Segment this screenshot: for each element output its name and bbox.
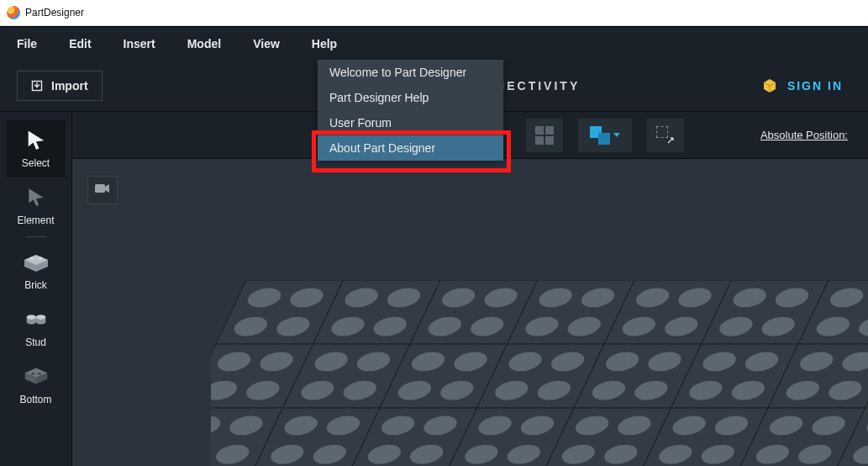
tool-bottom[interactable]: Bottom bbox=[7, 357, 66, 414]
tool-brick[interactable]: Brick bbox=[7, 242, 66, 299]
svg-point-19 bbox=[30, 373, 34, 374]
camera-icon bbox=[94, 183, 111, 198]
menubar: File Edit Insert Model View Help bbox=[0, 26, 868, 60]
svg-point-20 bbox=[37, 373, 41, 374]
cursor-icon bbox=[21, 127, 51, 152]
help-menu-help[interactable]: Part Designer Help bbox=[318, 85, 503, 110]
chevron-down-icon bbox=[613, 133, 620, 137]
baseplate-grid bbox=[211, 280, 868, 466]
svg-point-12 bbox=[26, 315, 35, 320]
tool-brick-label: Brick bbox=[24, 279, 47, 291]
svg-point-8 bbox=[29, 257, 34, 259]
workspace: Select Element Brick bbox=[0, 112, 868, 466]
cursor-outline-icon bbox=[21, 184, 51, 209]
menu-view[interactable]: View bbox=[253, 37, 280, 50]
tool-stud-label: Stud bbox=[25, 336, 46, 348]
tool-select[interactable]: Select bbox=[7, 120, 66, 177]
svg-rect-21 bbox=[95, 184, 105, 193]
absolute-position-label: Absolute Position: bbox=[760, 129, 848, 141]
menu-model[interactable]: Model bbox=[187, 37, 221, 50]
menu-help[interactable]: Help bbox=[312, 37, 337, 50]
sign-in-link[interactable]: SIGN IN bbox=[787, 79, 843, 93]
window-titlebar: PartDesigner bbox=[0, 0, 868, 26]
tool-select-label: Select bbox=[22, 157, 50, 169]
grid-snap-button[interactable] bbox=[526, 119, 563, 152]
import-button[interactable]: Import bbox=[17, 71, 103, 101]
sign-in-area: SIGN IN bbox=[762, 60, 843, 112]
help-menu-dropdown: Welcome to Part Designer Part Designer H… bbox=[318, 60, 503, 161]
menu-edit[interactable]: Edit bbox=[69, 37, 91, 50]
menu-insert[interactable]: Insert bbox=[124, 37, 155, 50]
help-menu-welcome[interactable]: Welcome to Part Designer bbox=[318, 60, 503, 85]
overlap-mode-button[interactable] bbox=[578, 119, 632, 152]
tool-stud[interactable]: Stud bbox=[7, 299, 66, 357]
grid-icon bbox=[535, 126, 554, 145]
tool-column: Select Element Brick bbox=[0, 112, 72, 466]
brick-icon bbox=[21, 249, 51, 274]
tool-separator bbox=[26, 236, 46, 237]
bottom-icon bbox=[21, 363, 51, 389]
cube-icon bbox=[762, 78, 777, 93]
camera-button[interactable] bbox=[87, 176, 118, 204]
tool-element-label: Element bbox=[17, 214, 54, 226]
menu-file[interactable]: File bbox=[17, 37, 37, 50]
stud-icon bbox=[21, 306, 51, 331]
import-icon bbox=[31, 80, 43, 92]
help-menu-forum[interactable]: User Forum bbox=[318, 110, 503, 135]
app-title: PartDesigner bbox=[25, 7, 84, 19]
help-menu-about[interactable]: About Part Designer bbox=[318, 135, 503, 161]
resize-button[interactable] bbox=[647, 119, 684, 152]
resize-icon bbox=[656, 126, 675, 145]
app-icon bbox=[7, 6, 20, 19]
tool-element[interactable]: Element bbox=[7, 177, 66, 235]
tool-bottom-label: Bottom bbox=[19, 394, 51, 405]
overlap-icon bbox=[590, 126, 610, 145]
canvas-area[interactable]: Absolute Position: bbox=[72, 112, 868, 466]
svg-point-15 bbox=[36, 315, 45, 320]
import-label: Import bbox=[51, 79, 88, 93]
svg-point-9 bbox=[38, 257, 43, 259]
